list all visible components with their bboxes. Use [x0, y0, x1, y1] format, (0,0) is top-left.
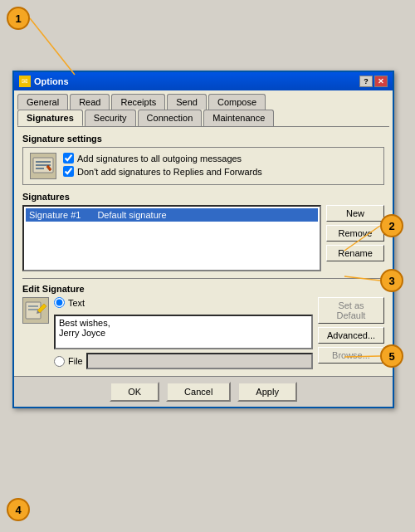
checkbox-row-1: Add signatures to all outgoing messages: [63, 153, 262, 164]
tab-signatures[interactable]: Signatures: [17, 110, 83, 126]
browse-button[interactable]: Browse...: [318, 347, 384, 364]
add-signatures-label: Add signatures to all outgoing messages: [77, 154, 242, 164]
tabs-area: General Read Receipts Send Compose Signa…: [14, 90, 393, 127]
tab-connection[interactable]: Connection: [138, 110, 203, 126]
footer-area: OK Cancel Apply: [14, 376, 393, 407]
tab-security[interactable]: Security: [85, 110, 136, 126]
signatures-label: Signatures: [22, 192, 384, 202]
callout-1: 1: [7, 7, 30, 30]
tab-send[interactable]: Send: [167, 94, 207, 110]
callout-2: 2: [380, 214, 403, 237]
close-button[interactable]: ✕: [374, 76, 388, 87]
radio-text[interactable]: [54, 297, 65, 308]
add-signatures-checkbox[interactable]: [63, 153, 74, 164]
tab-receipts[interactable]: Receipts: [111, 94, 165, 110]
checkbox-row-2: Don't add signatures to Replies and Forw…: [63, 166, 262, 177]
edit-sig-inner: Text Best wishes, Jerry Joyce File Set a…: [22, 297, 384, 369]
tab-row-1: General Read Receipts Send Compose: [17, 94, 389, 110]
content-area: Signature settings Add signatures to all…: [14, 127, 393, 376]
tab-row-2: Signatures Security Connection Maintenan…: [17, 110, 389, 126]
svg-line-7: [30, 18, 75, 75]
cancel-button[interactable]: Cancel: [166, 382, 231, 402]
sig-name: Signature #1: [29, 210, 81, 220]
sig-action-buttons: New Remove Rename: [326, 205, 384, 271]
signatures-listbox[interactable]: Signature #1 Default signature: [22, 205, 321, 271]
tab-read[interactable]: Read: [70, 94, 110, 110]
edit-sig-buttons: Set as Default Advanced... Browse...: [318, 297, 384, 364]
callout-5: 5: [380, 344, 403, 368]
callout-3: 3: [380, 269, 403, 292]
help-button[interactable]: ?: [359, 76, 373, 87]
new-button[interactable]: New: [326, 205, 384, 222]
sig-list-item-1[interactable]: Signature #1 Default signature: [26, 208, 318, 222]
dialog-title: Options: [34, 76, 69, 86]
radio-text-label: Text: [68, 298, 85, 308]
set-default-button[interactable]: Set as Default: [318, 297, 384, 324]
apply-button[interactable]: Apply: [237, 382, 297, 402]
no-reply-signatures-checkbox[interactable]: [63, 166, 74, 177]
edit-sig-label: Edit Signature: [22, 284, 384, 294]
title-buttons: ? ✕: [359, 76, 388, 87]
radio-file-label: File: [68, 356, 83, 366]
tab-compose[interactable]: Compose: [208, 94, 266, 110]
checkbox-area: Add signatures to all outgoing messages …: [63, 153, 262, 177]
callout-4: 4: [7, 498, 30, 521]
app-icon: ✉: [19, 76, 31, 87]
no-reply-signatures-label: Don't add signatures to Replies and Forw…: [77, 167, 262, 177]
rename-button[interactable]: Rename: [326, 245, 384, 261]
sig-settings-icon: [30, 153, 56, 179]
radio-text-row: Text: [54, 297, 313, 308]
advanced-button[interactable]: Advanced...: [318, 327, 384, 344]
edit-sig-icon: [22, 297, 49, 324]
sig-default: Default signature: [97, 210, 166, 220]
options-dialog: ✉ Options ? ✕ General Read Receipts Send…: [12, 71, 394, 408]
tab-maintenance[interactable]: Maintenance: [203, 110, 274, 126]
file-row: File: [54, 353, 313, 369]
edit-signature-section: Edit Signature Text: [22, 278, 384, 369]
title-bar: ✉ Options ? ✕: [14, 72, 393, 90]
signature-settings-box: Add signatures to all outgoing messages …: [22, 147, 384, 185]
tab-general[interactable]: General: [17, 94, 68, 110]
signature-text-area[interactable]: Best wishes, Jerry Joyce: [54, 315, 313, 349]
remove-button[interactable]: Remove: [326, 225, 384, 242]
ok-button[interactable]: OK: [110, 382, 159, 402]
title-bar-left: ✉ Options: [19, 76, 69, 87]
file-path-input[interactable]: [86, 353, 313, 369]
edit-content: Text Best wishes, Jerry Joyce File: [54, 297, 313, 369]
signatures-inner: Signature #1 Default signature New Remov…: [22, 205, 384, 271]
signatures-section: Signatures Signature #1 Default signatur…: [22, 192, 384, 271]
sig-settings-label: Signature settings: [22, 134, 384, 144]
text-file-area: Text Best wishes, Jerry Joyce File: [54, 297, 313, 369]
radio-file[interactable]: [54, 356, 65, 367]
